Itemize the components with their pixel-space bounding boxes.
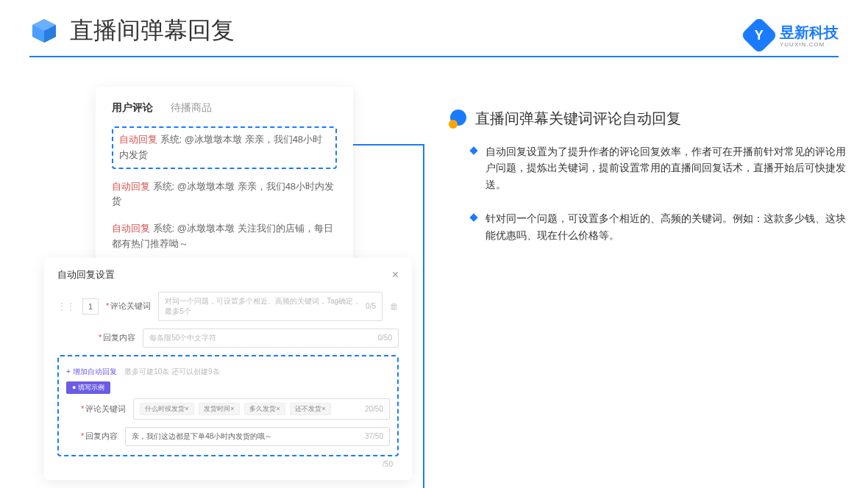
bullet-point: 自动回复设置为了提升作者的评论回复效率，作者可在开播前针对常见的评论用户问题，提… xyxy=(449,143,846,193)
add-auto-reply-link[interactable]: + 增加自动回复 xyxy=(66,367,117,376)
ex-content-label: *回复内容 xyxy=(81,431,118,442)
order-number: 1 xyxy=(82,298,99,315)
point-text: 自动回复设置为了提升作者的评论回复效率，作者可在开播前针对常见的评论用户问题，提… xyxy=(485,143,846,193)
page-title: 直播间弹幕回复 xyxy=(70,15,235,47)
keyword-input[interactable]: 对同一个问题，可设置多个相近、高频的关键词，Tag确定，最多5个 0/5 xyxy=(158,292,383,321)
tab-user-comments[interactable]: 用户评论 xyxy=(112,101,153,115)
point-text: 针对同一个问题，可设置多个相近的、高频的关键词。例如：这款多少钱、这块能优惠吗、… xyxy=(485,210,846,243)
section-title: 直播间弹幕关键词评论自动回复 xyxy=(475,109,681,129)
tag[interactable]: 发货时间× xyxy=(199,403,239,415)
auto-reply-label: 自动回复 xyxy=(119,134,157,145)
comments-panel: 用户评论 待播商品 自动回复 系统: @冰墩墩本墩 亲亲，我们48小时内发货 自… xyxy=(96,87,353,273)
outer-counter: /50 xyxy=(383,460,393,468)
ex-keyword-label: *评论关键词 xyxy=(81,403,126,415)
diamond-icon xyxy=(469,146,477,154)
settings-panel: 自动回复设置 × ⋮⋮ 1 *评论关键词 对同一个问题，可设置多个相近、高频的关… xyxy=(44,258,412,480)
delete-icon[interactable]: 🗑 xyxy=(390,301,399,312)
tag[interactable]: 什么时候发货× xyxy=(140,403,193,415)
settings-title: 自动回复设置 xyxy=(57,268,115,281)
brand-logo: Y 昱新科技 YUUXIN.COM xyxy=(746,22,839,49)
auto-reply-label: 自动回复 xyxy=(112,181,150,192)
drag-handle-icon[interactable]: ⋮⋮ xyxy=(57,301,75,312)
tab-pending-products[interactable]: 待播商品 xyxy=(171,101,212,115)
diamond-icon xyxy=(469,214,477,222)
tag[interactable]: 还不发货× xyxy=(290,403,330,415)
cube-icon xyxy=(29,16,59,46)
tag[interactable]: 多久发货× xyxy=(244,403,285,415)
close-icon[interactable]: × xyxy=(392,268,399,281)
connector-line xyxy=(423,144,424,488)
ex-keyword-input[interactable]: 什么时候发货× 发货时间× 多久发货× 还不发货× 20/50 xyxy=(133,398,390,420)
ex-content-input[interactable]: 亲，我们这边都是下单48小时内发货的哦～ 37/50 xyxy=(125,427,390,446)
brand-name: 昱新科技 xyxy=(780,23,839,43)
example-badge: ● 填写示例 xyxy=(66,381,110,394)
connector-line xyxy=(352,144,423,146)
bullet-point: 针对同一个问题，可设置多个相近的、高频的关键词。例如：这款多少钱、这块能优惠吗、… xyxy=(449,210,846,243)
comment-row: 自动回复 系统: @冰墩墩本墩 关注我们的店铺，每日都有热门推荐呦～ xyxy=(112,215,337,258)
comment-row: 自动回复 系统: @冰墩墩本墩 亲亲，我们48小时内发货 xyxy=(112,173,337,216)
content-input[interactable]: 每条限50个中文字符 0/50 xyxy=(143,329,399,348)
brand-icon: Y xyxy=(741,17,778,54)
auto-reply-label: 自动回复 xyxy=(112,223,150,234)
highlighted-comment: 自动回复 系统: @冰墩墩本墩 亲亲，我们48小时内发货 xyxy=(112,126,337,169)
section-bullet-icon xyxy=(449,110,468,129)
content-label: *回复内容 xyxy=(99,332,135,343)
keyword-label: *评论关键词 xyxy=(106,301,151,312)
add-hint: 最多可建10条 还可以创建9条 xyxy=(124,367,219,376)
example-section: + 增加自动回复 最多可建10条 还可以创建9条 ● 填写示例 *评论关键词 什… xyxy=(57,355,399,456)
